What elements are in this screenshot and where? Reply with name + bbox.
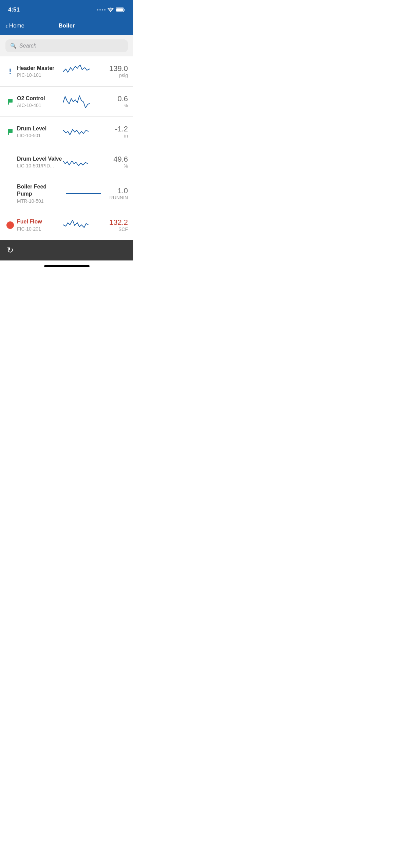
item-sparkline: [62, 185, 104, 202]
item-value: 49.6 %: [104, 155, 128, 169]
status-icons: [97, 7, 125, 12]
flag-icon: [5, 128, 15, 135]
list-item[interactable]: O2 Control AIC-10-401 0.6 %: [0, 87, 133, 117]
flag-icon: [5, 98, 15, 105]
wifi-icon: [108, 7, 114, 12]
item-value: 139.0 psig: [104, 65, 128, 78]
item-name: O2 Control: [17, 95, 62, 102]
item-number: -1.2: [104, 125, 128, 133]
item-name: Header Master: [17, 65, 62, 72]
search-container: 🔍 Search: [0, 35, 133, 56]
item-number: 0.6: [104, 95, 128, 103]
item-number: 49.6: [104, 155, 128, 163]
item-name: Boiler Feed Pump: [17, 183, 62, 198]
status-time: 4:51: [8, 6, 20, 13]
list-item[interactable]: Drum Level Valve LIC-10-501/PID... 49.6 …: [0, 147, 133, 177]
alert-circle-icon: [5, 221, 15, 229]
item-value: -1.2 in: [104, 125, 128, 139]
signal-dots-icon: [97, 9, 106, 11]
item-info: Header Master PIC-10-101: [15, 65, 62, 78]
item-info: Drum Level LIC-10-501: [15, 125, 62, 139]
item-unit: in: [104, 133, 128, 139]
item-tag: LIC-10-501: [17, 133, 62, 138]
item-tag: PIC-10-101: [17, 72, 62, 78]
alarm-icon: !: [5, 67, 15, 76]
nav-title: Boiler: [58, 22, 75, 29]
item-tag: LIC-10-501/PID...: [17, 163, 62, 168]
item-sparkline: [62, 153, 104, 171]
list-item[interactable]: Fuel Flow FIC-10-201 132.2 SCF: [0, 210, 133, 240]
search-bar[interactable]: 🔍 Search: [5, 39, 128, 52]
item-sparkline: [62, 93, 104, 110]
item-tag: MTR-10-501: [17, 198, 62, 204]
search-placeholder: Search: [19, 43, 37, 49]
item-name: Fuel Flow: [17, 218, 62, 225]
item-sparkline: [62, 123, 104, 141]
battery-icon: [116, 7, 125, 12]
svg-rect-3: [8, 99, 9, 105]
item-name: Drum Level: [17, 125, 62, 132]
item-number: 139.0: [104, 65, 128, 73]
item-info: O2 Control AIC-10-401: [15, 95, 62, 108]
status-bar: 4:51: [0, 0, 133, 18]
list-item[interactable]: Drum Level LIC-10-501 -1.2 in: [0, 117, 133, 147]
search-icon: 🔍: [10, 43, 17, 49]
back-label: Home: [9, 22, 24, 29]
item-info: Fuel Flow FIC-10-201: [15, 218, 62, 232]
svg-rect-1: [116, 8, 123, 12]
item-sparkline: [62, 216, 104, 234]
item-unit: SCF: [104, 227, 128, 232]
item-number: 132.2: [104, 218, 128, 227]
item-unit: psig: [104, 73, 128, 78]
list-item[interactable]: Boiler Feed Pump MTR-10-501 1.0 RUNNIN: [0, 177, 133, 210]
item-number: 1.0: [104, 187, 128, 195]
item-value: 0.6 %: [104, 95, 128, 108]
item-value: 132.2 SCF: [104, 218, 128, 232]
home-indicator: [0, 260, 133, 272]
item-tag: AIC-10-401: [17, 103, 62, 108]
item-info: Drum Level Valve LIC-10-501/PID...: [15, 156, 62, 169]
home-bar: [44, 265, 90, 267]
item-sparkline: [62, 62, 104, 80]
item-name: Drum Level Valve: [17, 156, 62, 163]
item-info: Boiler Feed Pump MTR-10-501: [15, 183, 62, 204]
bottom-bar: ↻: [0, 240, 133, 260]
back-button[interactable]: ‹ Home: [5, 22, 24, 29]
nav-bar: ‹ Home Boiler: [0, 18, 133, 35]
item-value: 1.0 RUNNIN: [104, 187, 128, 200]
item-unit: RUNNIN: [104, 195, 128, 200]
item-tag: FIC-10-201: [17, 226, 62, 232]
item-unit: %: [104, 103, 128, 108]
back-chevron-icon: ‹: [5, 22, 8, 29]
list-container: ! Header Master PIC-10-101 139.0 psig O2…: [0, 56, 133, 240]
svg-rect-5: [8, 129, 9, 135]
item-unit: %: [104, 163, 128, 169]
refresh-icon[interactable]: ↻: [7, 246, 14, 255]
list-item[interactable]: ! Header Master PIC-10-101 139.0 psig: [0, 56, 133, 87]
